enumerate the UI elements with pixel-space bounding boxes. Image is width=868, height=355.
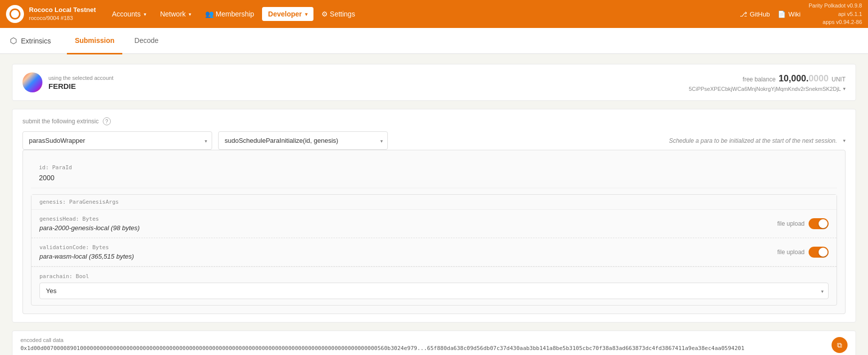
description-dropdown-icon[interactable]: ▾ [843,138,846,143]
genesis-head-info: genesisHead: Bytes para-2000-genesis-loc… [39,216,140,232]
encoded-call-data-card: encoded call data 0x1d00d007000089010000… [12,331,856,355]
network-label: Network [160,10,186,18]
module-selector[interactable]: parasSudoWrapper [22,131,212,150]
api-version: api v5.1.1 [809,10,862,18]
free-balance-row: free balance 10,000.0000 UNIT [743,73,846,84]
network-arrow-icon: ▾ [189,11,191,17]
validation-code-value: para-wasm-local (365,515 bytes) [39,253,134,260]
nav-settings[interactable]: ⚙ Settings [315,7,361,21]
version-info: Parity Polkadot v0.9.8 api v5.1.1 apps v… [809,1,862,26]
balance-whole: 10,000. [779,73,809,83]
section-label: ⬡ Extrinsics [10,36,57,45]
validation-code-row: validationCode: Bytes para-wasm-local (3… [31,238,837,267]
main-content: using the selected account FERDIE free b… [0,54,868,355]
id-value [39,174,829,182]
nav-brand: Rococo Local Testnet rococo/9004 #183 [29,6,96,21]
call-data-value: 0x1d00d007000089010000000000000000000000… [20,345,826,352]
parachain-select-wrapper: Yes No ▾ [39,283,829,299]
module-selector-wrapper: parasSudoWrapper ▾ [22,131,212,150]
validation-code-info: validationCode: Bytes para-wasm-local (3… [39,244,134,260]
help-icon[interactable]: ? [103,117,111,125]
extrinsics-label: Extrinsics [21,37,51,45]
extrinsic-card: submit the following extrinsic ? parasSu… [12,109,856,323]
call-data-label: encoded call data [20,337,826,343]
developer-label: Developer [268,10,302,18]
settings-label: Settings [330,10,355,18]
accounts-arrow-icon: ▾ [144,11,146,17]
account-name: FERDIE [48,82,113,90]
account-left: using the selected account FERDIE [22,72,113,92]
extrinsics-icon: ⬡ [10,36,17,45]
tabs-bar: ⬡ Extrinsics Submission Decode [0,28,868,54]
membership-label: Membership [216,10,254,18]
wiki-label: Wiki [788,10,801,18]
validation-code-file-upload-toggle: file upload [777,247,829,258]
tab-submission[interactable]: Submission [67,28,122,54]
brand-name: Rococo Local Testnet [29,6,96,14]
genesis-head-value: para-2000-genesis-local (98 bytes) [39,224,140,232]
validation-code-label: validationCode: Bytes [39,244,134,251]
validation-code-toggle[interactable] [809,247,829,258]
genesis-head-toggle[interactable] [809,218,829,229]
validation-code-toggle-knob [819,248,828,257]
accounts-label: Accounts [112,10,141,18]
copy-call-data-button[interactable]: ⧉ [832,337,848,353]
submission-tab-label: Submission [75,36,114,44]
nav-items: Accounts ▾ Network ▾ 👥 Membership Develo… [106,7,740,21]
balance-unit: UNIT [832,76,846,83]
balance-amount: 10,000.0000 [779,73,829,84]
extrinsic-selectors: parasSudoWrapper ▾ sudoScheduleParaIniti… [22,131,846,150]
wiki-icon: 📄 [778,10,786,18]
account-right: free balance 10,000.0000 UNIT 5CiPPseXPE… [689,73,846,92]
account-info: using the selected account FERDIE [48,75,113,90]
nav-developer[interactable]: Developer ▾ [262,7,313,21]
avatar [22,72,42,92]
github-link[interactable]: ⎇ GitHub [740,10,770,18]
id-input[interactable] [39,174,829,182]
nav-right: ⎇ GitHub 📄 Wiki Parity Polkadot v0.9.8 a… [740,1,862,26]
genesis-inner: genesisHead: Bytes para-2000-genesis-loc… [31,210,837,305]
extrinsic-header: submit the following extrinsic ? [22,117,846,125]
app-logo[interactable] [6,5,24,23]
parachain-label: parachain: Bool [39,273,829,280]
using-account-label: using the selected account [48,75,113,81]
method-selector[interactable]: sudoScheduleParaInitialize(id, genesis) [218,131,388,150]
brand-sub: rococo/9004 #183 [29,14,96,21]
address-value: 5CiPPseXPECbkjWCa6MnjNokrgYjMqmKndv2rSne… [689,86,841,92]
github-label: GitHub [750,10,770,18]
settings-icon: ⚙ [321,10,328,18]
file-upload-label-2: file upload [777,249,805,256]
file-upload-label-1: file upload [777,220,805,227]
id-param-row: id: ParaId [31,158,837,188]
nav-network[interactable]: Network ▾ [154,7,197,21]
apps-version: apps v0.94.2-86 [809,18,862,26]
polkadot-version: Parity Polkadot v0.9.8 [809,1,862,10]
wiki-link[interactable]: 📄 Wiki [778,10,801,18]
github-icon: ⎇ [740,10,747,18]
params-area: id: ParaId genesis: ParaGenesisArgs gene… [22,150,846,314]
genesis-label: genesis: ParaGenesisArgs [31,195,837,210]
parachain-row: parachain: Bool Yes No ▾ [31,267,837,305]
developer-arrow-icon: ▾ [305,11,307,17]
free-balance-label: free balance [743,76,776,83]
nav-membership[interactable]: 👥 Membership [199,7,260,21]
genesis-section: genesis: ParaGenesisArgs genesisHead: By… [31,194,837,306]
nav-accounts[interactable]: Accounts ▾ [106,7,152,21]
decode-tab-label: Decode [134,36,158,44]
parachain-select[interactable]: Yes No [39,283,829,299]
method-description: Schedule a para to be initialized at the… [388,132,843,149]
top-nav: Rococo Local Testnet rococo/9004 #183 Ac… [0,0,868,28]
id-label: id: ParaId [39,164,829,171]
genesis-head-file-upload-toggle: file upload [777,218,829,229]
address-dropdown-icon: ▾ [843,86,846,91]
genesis-head-toggle-knob [819,219,828,228]
encoded-call-data-content: encoded call data 0x1d00d007000089010000… [20,337,826,352]
tab-decode[interactable]: Decode [126,28,166,54]
account-card: using the selected account FERDIE free b… [12,64,856,101]
copy-icon: ⧉ [837,341,842,350]
membership-icon: 👥 [205,10,214,18]
extrinsic-header-label: submit the following extrinsic [22,118,99,125]
genesis-head-label: genesisHead: Bytes [39,216,140,222]
account-address[interactable]: 5CiPPseXPECbkjWCa6MnjNokrgYjMqmKndv2rSne… [689,86,846,92]
balance-decimals: 0000 [809,73,829,83]
